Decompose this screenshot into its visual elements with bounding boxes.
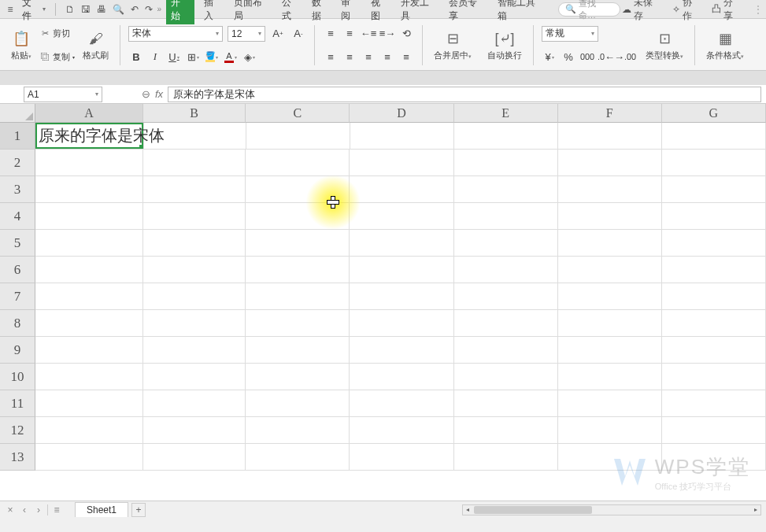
cell-C7[interactable] <box>246 283 350 310</box>
scroll-left-icon[interactable]: ◂ <box>463 505 472 515</box>
undo-icon[interactable]: ↶ <box>131 4 139 15</box>
cell-A2[interactable] <box>35 150 143 176</box>
row-header-1[interactable]: 1 <box>0 123 35 150</box>
column-header-E[interactable]: E <box>454 104 558 123</box>
cell-B12[interactable] <box>143 417 246 444</box>
cell-B8[interactable] <box>143 310 246 337</box>
sheet-nav-next[interactable]: › <box>33 504 44 515</box>
distribute-button[interactable]: ≡ <box>398 49 414 65</box>
align-left-button[interactable]: ≡ <box>323 49 339 65</box>
cell-C5[interactable] <box>246 230 350 257</box>
fill-color-button[interactable]: 🪣▾ <box>204 49 220 65</box>
sheet-nav-prev[interactable]: ‹ <box>19 504 30 515</box>
cell-C4[interactable] <box>246 203 350 230</box>
cell-G10[interactable] <box>662 364 766 390</box>
cell-D9[interactable] <box>350 337 453 364</box>
search-box[interactable]: 🔍 查找命… <box>558 2 620 17</box>
cells[interactable]: 原来的字体是宋体 <box>35 123 766 516</box>
align-middle-button[interactable]: ≡ <box>342 26 357 42</box>
comma-button[interactable]: 000 <box>579 49 595 65</box>
horizontal-scrollbar[interactable]: ◂ ▸ <box>462 504 761 515</box>
cell-F1[interactable] <box>558 123 662 150</box>
merge-center-button[interactable]: ⊟ 合并居中▾ <box>431 28 475 63</box>
fx-icon[interactable]: fx <box>155 88 163 100</box>
cell-C13[interactable] <box>246 444 350 471</box>
unsaved-indicator[interactable]: ☁未保存 <box>622 0 661 23</box>
font-name-select[interactable]: 宋体 ▾ <box>128 26 223 42</box>
cell-D4[interactable] <box>350 203 453 230</box>
cell-B10[interactable] <box>143 364 246 390</box>
cell-G12[interactable] <box>662 417 766 444</box>
cell-C11[interactable] <box>246 390 350 417</box>
row-header-13[interactable]: 13 <box>0 444 35 471</box>
cell-A8[interactable] <box>35 310 143 337</box>
cell-E1[interactable] <box>454 123 558 150</box>
cell-A11[interactable] <box>35 390 143 417</box>
font-size-select[interactable]: 12 ▾ <box>228 26 265 42</box>
currency-button[interactable]: ¥▾ <box>542 49 557 65</box>
tab-insert[interactable]: 插入 <box>202 0 224 24</box>
cell-B6[interactable] <box>143 257 246 283</box>
cell-D3[interactable] <box>350 176 453 203</box>
row-header-11[interactable]: 11 <box>0 390 35 417</box>
cell-D8[interactable] <box>350 310 453 337</box>
scroll-right-icon[interactable]: ▸ <box>751 505 760 515</box>
cell-B9[interactable] <box>143 337 246 364</box>
cell-D2[interactable] <box>350 150 453 176</box>
align-right-button[interactable]: ≡ <box>361 49 376 65</box>
italic-button[interactable]: I <box>147 49 163 65</box>
cell-D13[interactable] <box>350 444 453 471</box>
row-header-8[interactable]: 8 <box>0 310 35 337</box>
sheet-tab[interactable]: Sheet1 <box>75 502 128 517</box>
justify-button[interactable]: ≡ <box>379 49 395 65</box>
cell-G4[interactable] <box>662 203 766 230</box>
tab-smart-tools[interactable]: 智能工具箱 <box>496 0 546 24</box>
border-button[interactable]: ⊞▾ <box>185 49 201 65</box>
align-center-button[interactable]: ≡ <box>342 49 357 65</box>
orientation-button[interactable]: ⟲ <box>398 26 414 42</box>
add-sheet-button[interactable]: + <box>131 503 146 517</box>
cell-G2[interactable] <box>662 150 766 176</box>
cell-A7[interactable] <box>35 283 143 310</box>
number-format-select[interactable]: 常规 ▾ <box>542 26 598 42</box>
cell-G13[interactable] <box>662 444 766 471</box>
cell-C12[interactable] <box>246 417 350 444</box>
cell-C10[interactable] <box>246 364 350 390</box>
cut-button[interactable]: ✂剪切 <box>38 27 76 40</box>
cell-E10[interactable] <box>454 364 558 390</box>
share-button[interactable]: 凸分享 <box>712 0 742 23</box>
cell-C9[interactable] <box>246 337 350 364</box>
cell-E3[interactable] <box>454 176 558 203</box>
column-header-D[interactable]: D <box>350 104 453 123</box>
row-header-10[interactable]: 10 <box>0 364 35 390</box>
decrease-indent-button[interactable]: ←≡ <box>361 26 376 42</box>
cell-A4[interactable] <box>35 203 143 230</box>
row-header-5[interactable]: 5 <box>0 230 35 257</box>
cell-E5[interactable] <box>454 230 558 257</box>
tab-view[interactable]: 视图 <box>369 0 391 24</box>
increase-decimal-button[interactable]: →.00 <box>617 49 633 65</box>
sheet-nav-first[interactable]: × <box>5 504 16 515</box>
font-color-button[interactable]: A▾ <box>223 49 239 65</box>
cell-D5[interactable] <box>350 230 453 257</box>
cell-E12[interactable] <box>454 417 558 444</box>
cell-D6[interactable] <box>350 257 453 283</box>
cell-A5[interactable] <box>35 230 143 257</box>
cell-G8[interactable] <box>662 310 766 337</box>
cell-G9[interactable] <box>662 337 766 364</box>
tab-developer[interactable]: 开发工具 <box>399 0 439 24</box>
cell-E9[interactable] <box>454 337 558 364</box>
row-header-2[interactable]: 2 <box>0 150 35 176</box>
cell-D1[interactable] <box>350 123 454 150</box>
cell-F7[interactable] <box>558 283 662 310</box>
cell-F9[interactable] <box>558 337 662 364</box>
tab-formula[interactable]: 公式 <box>280 0 302 24</box>
more-icon[interactable]: ⋮ <box>753 4 763 15</box>
align-top-button[interactable]: ≡ <box>323 26 339 42</box>
cell-D10[interactable] <box>350 364 453 390</box>
bold-button[interactable]: B <box>128 49 144 65</box>
collaborate-button[interactable]: ✧协作 <box>672 0 701 23</box>
column-header-C[interactable]: C <box>246 104 350 123</box>
cell-B2[interactable] <box>143 150 246 176</box>
cell-E2[interactable] <box>454 150 558 176</box>
